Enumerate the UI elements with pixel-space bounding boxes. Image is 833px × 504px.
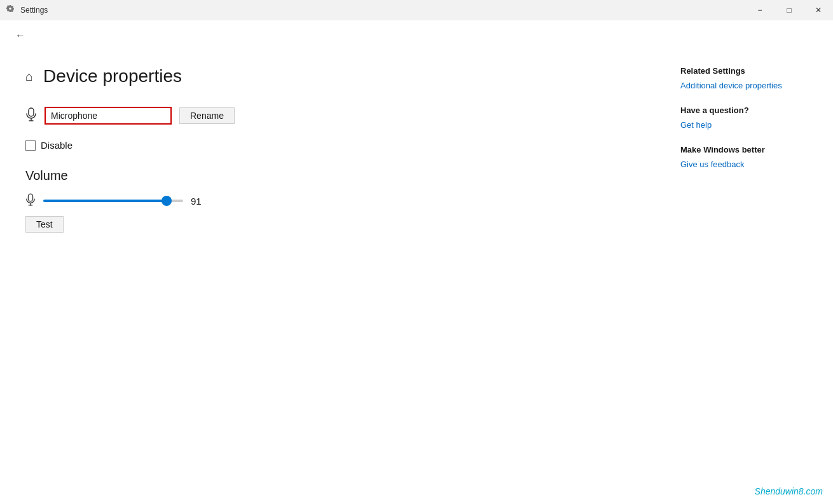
page-title: Device properties [43, 66, 182, 86]
microphone-icon [25, 107, 37, 125]
home-icon: ⌂ [25, 69, 33, 84]
disable-label[interactable]: Disable [41, 140, 72, 151]
svg-rect-4 [28, 194, 32, 201]
give-feedback-link[interactable]: Give us feedback [680, 160, 808, 169]
main-content: ← ⌂ Device properties [0, 20, 833, 504]
volume-title: Volume [25, 168, 630, 183]
disable-row: Disable [25, 140, 630, 151]
title-bar: Settings − □ ✕ [0, 0, 833, 20]
close-button[interactable]: ✕ [804, 0, 833, 20]
volume-section: Volume 91 Test [25, 168, 630, 233]
disable-checkbox[interactable] [25, 140, 36, 151]
maximize-button[interactable]: □ [774, 0, 804, 20]
have-question-title: Have a question? [680, 106, 808, 115]
related-settings-title: Related Settings [680, 66, 808, 76]
volume-value: 91 [191, 196, 210, 207]
related-settings-section: Related Settings Additional device prope… [680, 66, 808, 90]
device-name-row: Rename [25, 107, 630, 125]
device-name-input[interactable] [45, 107, 172, 125]
make-windows-better-section: Make Windows better Give us feedback [680, 145, 808, 169]
get-help-link[interactable]: Get help [680, 120, 808, 130]
make-windows-better-title: Make Windows better [680, 145, 808, 154]
have-question-section: Have a question? Get help [680, 106, 808, 130]
volume-slider-container [43, 200, 183, 202]
minimize-button[interactable]: − [745, 0, 774, 20]
title-bar-controls: − □ ✕ [745, 0, 833, 20]
volume-row: 91 [25, 193, 630, 208]
title-bar-left: Settings [5, 5, 48, 15]
additional-device-properties-link[interactable]: Additional device properties [680, 81, 808, 90]
page-title-row: ⌂ Device properties [25, 66, 630, 86]
volume-slider[interactable] [43, 200, 183, 202]
test-button[interactable]: Test [25, 216, 64, 233]
nav-bar: ← [0, 20, 833, 51]
svg-rect-1 [29, 108, 34, 116]
volume-mic-icon [25, 193, 36, 208]
title-bar-text: Settings [20, 6, 48, 15]
page-layout: ⌂ Device properties Rename [0, 51, 833, 504]
settings-app-icon [5, 5, 15, 15]
back-button[interactable]: ← [10, 25, 31, 46]
page-main: ⌂ Device properties Rename [0, 51, 655, 504]
rename-button[interactable]: Rename [179, 107, 235, 124]
page-sidebar: Related Settings Additional device prope… [655, 51, 833, 504]
svg-point-0 [9, 8, 11, 10]
